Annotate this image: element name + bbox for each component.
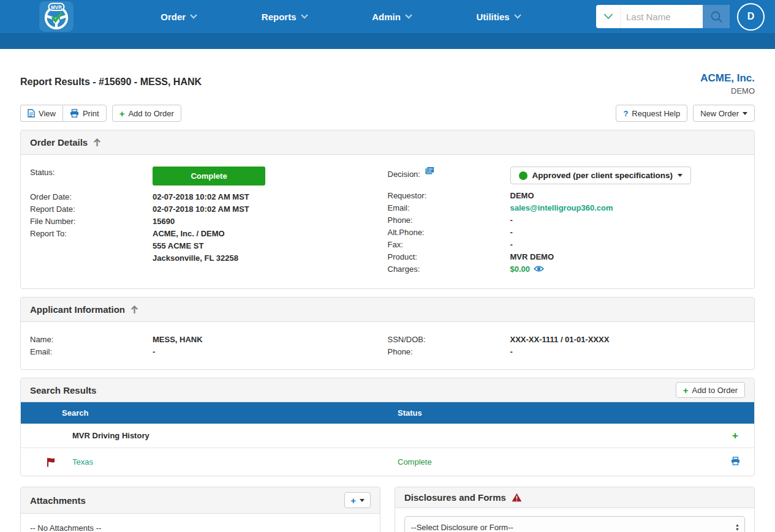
phone-value: - [510, 214, 513, 227]
view-label: View [39, 109, 56, 118]
file-number-label: File Number: [30, 215, 153, 228]
bottom-panels: Attachments + -- No Attachments -- Discl… [20, 487, 755, 532]
report-date-label: Report Date: [30, 203, 153, 215]
applicant-info-title: Applicant Information [30, 304, 125, 315]
report-to-line2: 555 ACME ST [153, 240, 238, 252]
status-complete-button[interactable]: Complete [153, 167, 265, 185]
user-avatar[interactable]: D [737, 3, 765, 31]
plus-icon: + [350, 496, 356, 505]
notes-icon[interactable] [425, 167, 434, 174]
print-button[interactable]: Print [62, 105, 107, 122]
add-attachment-dropdown-button[interactable]: + [344, 492, 371, 508]
applicant-info-heading: Applicant Information [21, 298, 754, 322]
search-results-table: Search Status MVR Driving History + [21, 402, 754, 476]
new-order-button[interactable]: New Order [693, 105, 755, 122]
product-label: Product: [388, 251, 510, 263]
add-to-order-button[interactable]: + Add to Order [112, 105, 181, 122]
report-to-line1: ACME, Inc. / DEMO [153, 228, 238, 240]
order-details-heading: Order Details [21, 130, 754, 155]
order-date-value: 02-07-2018 10:02 AM MST [153, 191, 249, 203]
printer-icon [70, 109, 79, 118]
search-results-panel: Search Results + Add to Order Search Sta… [20, 378, 755, 476]
attachments-body: -- No Attachments -- [21, 514, 380, 532]
disclosures-body: --Select Disclosure or Form-- ▲▼ [395, 508, 754, 532]
chevron-down-icon [301, 14, 308, 19]
table-row: Texas Complete [21, 448, 754, 476]
mvr-logo[interactable]: MVR [39, 1, 74, 32]
avatar-initial: D [747, 11, 755, 22]
product-value: MVR DEMO [510, 251, 554, 263]
charges-amount: $0.00 [510, 264, 531, 274]
printer-icon [731, 457, 740, 465]
decision-label-text: Decision: [388, 170, 420, 179]
view-button[interactable]: View [20, 105, 62, 122]
search-row-name-link[interactable]: Texas [72, 457, 93, 466]
caret-down-icon [360, 499, 365, 502]
document-icon [28, 109, 35, 118]
warning-icon [512, 493, 522, 502]
menu-utilities-label: Utilities [476, 12, 509, 22]
company-name: ACME, Inc. [700, 72, 755, 84]
menu-admin-label: Admin [372, 12, 401, 22]
collapse-arrow-up-icon[interactable] [130, 305, 138, 314]
applicant-phone-value: - [510, 346, 513, 358]
order-details-left-column: Status: Complete Order Date: 02-07-2018 … [30, 167, 388, 275]
name-label: Name: [30, 334, 153, 346]
search-row-status: Complete [398, 457, 716, 466]
order-details-title: Order Details [30, 137, 88, 148]
add-search-action[interactable]: + [716, 430, 754, 441]
add-to-order-label: Add to Order [128, 109, 173, 118]
toolbar-left: View Print + Add to Order [20, 105, 181, 122]
order-details-right-column: Decision: Approved (per client specifica… [388, 167, 746, 275]
menu-order[interactable]: Order [161, 12, 197, 22]
plus-icon: + [732, 430, 738, 441]
fax-label: Fax: [388, 239, 510, 251]
menu-utilities[interactable]: Utilities [476, 12, 521, 22]
print-search-action[interactable] [716, 457, 754, 467]
disclosure-select[interactable]: --Select Disclosure or Form-- [404, 516, 745, 532]
applicant-right-column: SSN/DOB: XXX-XX-1111 / 01-01-XXXX Phone:… [388, 334, 746, 358]
menu-admin[interactable]: Admin [372, 12, 412, 22]
search-results-title: Search Results [30, 385, 96, 395]
company-block: ACME, Inc. DEMO [700, 72, 755, 96]
steering-wheel-icon: MVR [42, 2, 70, 31]
new-order-label: New Order [700, 109, 739, 118]
eye-icon[interactable] [534, 265, 544, 272]
email-label: Email: [388, 202, 510, 214]
disclosures-title: Disclosures and Forms [404, 492, 506, 503]
request-help-label: Request Help [632, 109, 680, 118]
column-header-status: Status [398, 408, 716, 418]
flag-icon [47, 457, 56, 467]
disclosures-heading: Disclosures and Forms [395, 487, 754, 508]
applicant-info-body: Name: MESS, HANK Email: - SSN/DOB: XXX-X… [21, 322, 754, 369]
decision-value: Approved (per client specifications) [532, 171, 673, 180]
attachments-heading: Attachments + [21, 487, 380, 514]
request-help-button[interactable]: ? Request Help [616, 105, 687, 122]
question-icon: ? [623, 109, 628, 118]
menu-reports[interactable]: Reports [262, 12, 308, 22]
chevron-down-icon [603, 13, 613, 20]
requestor-label: Requestor: [388, 190, 510, 202]
svg-text:MVR: MVR [51, 5, 62, 10]
page-title: Report Results - #15690 - MESS, HANK [20, 72, 202, 96]
applicant-left-column: Name: MESS, HANK Email: - [30, 334, 388, 358]
name-value: MESS, HANK [153, 334, 203, 346]
applicant-info-panel: Applicant Information Name: MESS, HANK E… [20, 297, 755, 370]
search-results-add-to-order-button[interactable]: + Add to Order [676, 382, 745, 398]
caret-down-icon [678, 174, 682, 177]
email-value[interactable]: sales@intelligroup360.com [510, 202, 613, 214]
decision-dropdown-button[interactable]: Approved (per client specifications) [510, 167, 692, 184]
search-button[interactable] [703, 5, 730, 28]
report-date-value: 02-07-2018 10:02 AM MST [153, 203, 249, 215]
charges-value: $0.00 [510, 263, 545, 275]
fax-value: - [510, 239, 513, 251]
collapse-arrow-up-icon[interactable] [93, 138, 101, 147]
file-number-value: 15690 [153, 215, 175, 228]
chevron-down-icon [405, 14, 412, 19]
search-type-dropdown[interactable] [596, 5, 621, 28]
search-input[interactable] [621, 5, 703, 28]
requestor-value: DEMO [510, 190, 534, 202]
main-menu: Order Reports Admin Utilities [74, 12, 596, 22]
order-date-label: Order Date: [30, 191, 153, 203]
quick-search [596, 5, 730, 28]
